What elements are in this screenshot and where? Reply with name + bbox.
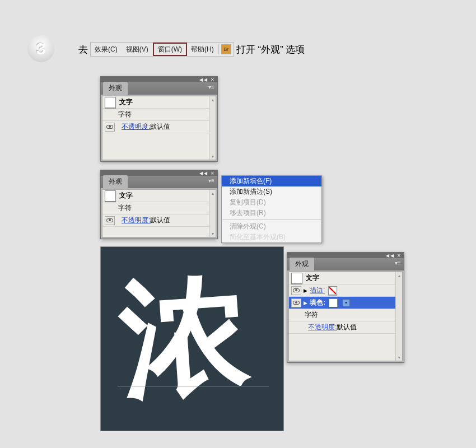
menu-effects[interactable]: 效果(C) bbox=[91, 43, 122, 56]
eye-icon bbox=[293, 301, 300, 305]
appearance-row-type[interactable]: 文字 bbox=[102, 190, 216, 202]
menubar: 效果(C) 视图(V) 窗口(W) 帮助(H) Br bbox=[90, 42, 234, 57]
menu-add-stroke[interactable]: 添加新描边(S) bbox=[222, 186, 321, 197]
menubar-divider bbox=[218, 44, 219, 54]
artboard[interactable]: 浓 bbox=[100, 246, 284, 431]
expand-icon[interactable]: ▶ bbox=[304, 288, 307, 293]
panel-body: 文字 字符 不透明度: 默认值 ▴▾ bbox=[102, 96, 216, 160]
menu-window[interactable]: 窗口(W) bbox=[153, 43, 187, 56]
opacity-value: 默认值 bbox=[337, 323, 357, 332]
char-label: 字符 bbox=[118, 110, 132, 119]
panel-flyout-icon[interactable]: ▾≡ bbox=[395, 260, 403, 268]
panel-scrollbar[interactable]: ▴▾ bbox=[209, 96, 216, 160]
type-label: 文字 bbox=[119, 97, 133, 107]
appearance-row-char[interactable]: 字符 bbox=[102, 109, 216, 121]
panel-tabs: 外观 ▾≡ bbox=[287, 258, 404, 270]
panel-scrollbar[interactable]: ▴▾ bbox=[395, 272, 402, 361]
opacity-link[interactable]: 不透明度: bbox=[122, 122, 150, 132]
expand-icon[interactable]: ▶ bbox=[304, 300, 307, 306]
type-swatch bbox=[291, 273, 302, 284]
opacity-value: 默认值 bbox=[150, 216, 170, 225]
appearance-row-char[interactable]: 字符 bbox=[102, 202, 216, 214]
bridge-icon[interactable]: Br bbox=[221, 44, 231, 54]
menu-help[interactable]: 帮助(H) bbox=[187, 43, 218, 56]
panel-tab-appearance[interactable]: 外观 bbox=[103, 175, 128, 188]
menu-view[interactable]: 视图(V) bbox=[122, 43, 153, 56]
appearance-row-opacity[interactable]: 不透明度: 默认值 bbox=[102, 214, 216, 227]
panel-scrollbar[interactable]: ▴▾ bbox=[209, 190, 216, 237]
opacity-link[interactable]: 不透明度: bbox=[308, 323, 337, 332]
text-baseline bbox=[118, 386, 269, 386]
panel-tabs: 外观 ▾≡ bbox=[101, 176, 217, 188]
menu-clear: 清除外观(C) bbox=[222, 221, 321, 232]
menu-remove: 移去项目(R) bbox=[222, 208, 321, 218]
eye-icon bbox=[106, 125, 113, 129]
visibility-toggle[interactable] bbox=[291, 286, 301, 295]
appearance-row-type[interactable]: 文字 bbox=[289, 272, 402, 284]
appearance-row-type[interactable]: 文字 bbox=[102, 96, 216, 109]
panel-flyout-icon[interactable]: ▾≡ bbox=[208, 84, 216, 92]
menu-add-fill[interactable]: 添加新填色(F) bbox=[222, 176, 321, 186]
eye-icon bbox=[106, 218, 113, 222]
char-label: 字符 bbox=[118, 203, 132, 213]
panel-body: 文字 ▶ 描边: ▶ 填色: ▾ 字符 不透明度: 默认值 ▴▾ bbox=[288, 272, 403, 361]
type-swatch bbox=[105, 190, 116, 202]
collapse-icon[interactable]: ◀◀ ✕ bbox=[199, 77, 216, 82]
menu-duplicate: 复制项目(D) bbox=[222, 197, 321, 208]
panel-flyout-icon[interactable]: ▾≡ bbox=[208, 178, 216, 185]
panel-body: 文字 字符 不透明度: 默认值 ▴▾ bbox=[102, 189, 216, 237]
instruction-prefix: 去 bbox=[78, 43, 88, 56]
opacity-value: 默认值 bbox=[150, 122, 170, 132]
char-label: 字符 bbox=[305, 310, 318, 320]
appearance-panel-3: ◀◀ ✕ 外观 ▾≡ 文字 ▶ 描边: ▶ 填色: ▾ 字符 bbox=[287, 252, 404, 363]
collapse-icon[interactable]: ◀◀ ✕ bbox=[386, 253, 402, 258]
eye-icon bbox=[293, 288, 300, 292]
type-swatch bbox=[105, 97, 116, 108]
appearance-row-opacity[interactable]: 不透明度: 默认值 bbox=[289, 321, 402, 334]
stroke-link[interactable]: 描边: bbox=[310, 286, 325, 295]
type-label: 文字 bbox=[119, 191, 133, 200]
canvas-text[interactable]: 浓 bbox=[116, 268, 248, 405]
collapse-icon[interactable]: ◀◀ ✕ bbox=[199, 171, 216, 176]
opacity-link[interactable]: 不透明度: bbox=[122, 216, 150, 225]
appearance-panel-2: ◀◀ ✕ 外观 ▾≡ 文字 字符 不透明度: 默认值 ▴▾ bbox=[100, 170, 218, 239]
panel-tabs: 外观 ▾≡ bbox=[101, 82, 217, 95]
panel-tab-appearance[interactable]: 外观 bbox=[103, 82, 128, 95]
panel-flyout-menu: 添加新填色(F) 添加新描边(S) 复制项目(D) 移去项目(R) 清除外观(C… bbox=[221, 175, 322, 243]
stroke-swatch-none[interactable] bbox=[328, 286, 337, 295]
visibility-toggle[interactable] bbox=[105, 216, 115, 225]
appearance-panel-1: ◀◀ ✕ 外观 ▾≡ 文字 字符 不透明度: 默认值 ▴▾ bbox=[100, 76, 218, 162]
menu-separator bbox=[222, 220, 321, 220]
appearance-row-opacity[interactable]: 不透明度: 默认值 bbox=[102, 121, 216, 133]
instruction-suffix: 打开 “外观” 选项 bbox=[236, 43, 305, 56]
fill-dropdown-arrow[interactable]: ▾ bbox=[342, 299, 350, 307]
appearance-row-char[interactable]: 字符 bbox=[289, 309, 402, 321]
step-badge: 3 bbox=[27, 35, 54, 62]
menu-reduce: 简化至基本外观(B) bbox=[222, 232, 321, 242]
type-label: 文字 bbox=[306, 273, 319, 283]
appearance-row-fill[interactable]: ▶ 填色: ▾ bbox=[289, 297, 402, 309]
appearance-row-stroke[interactable]: ▶ 描边: bbox=[289, 284, 402, 297]
panel-tab-appearance[interactable]: 外观 bbox=[290, 258, 314, 270]
visibility-toggle[interactable] bbox=[105, 123, 115, 132]
visibility-toggle[interactable] bbox=[291, 298, 301, 307]
fill-swatch[interactable] bbox=[329, 298, 338, 307]
fill-label: 填色: bbox=[310, 298, 325, 307]
instruction-line: 去 效果(C) 视图(V) 窗口(W) 帮助(H) Br 打开 “外观” 选项 bbox=[78, 42, 305, 57]
